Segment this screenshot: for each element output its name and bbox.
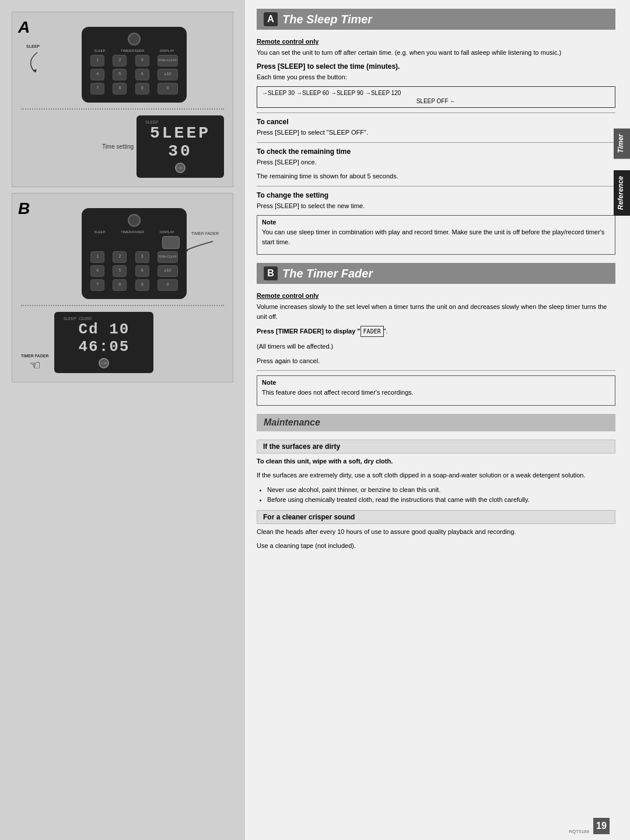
to-cancel-text: Press [SLEEP] to select "SLEEP OFF". <box>257 128 615 138</box>
remote-btn-pgm[interactable]: PGM+CLEAR <box>158 55 178 66</box>
display-sub-sleep-b: SLEEP <box>63 317 76 321</box>
remote-btn-8[interactable]: 8 <box>113 83 127 94</box>
sleep-step-3: →SLEEP 90 <box>331 90 363 96</box>
sleep-off: SLEEP OFF ← <box>262 98 610 104</box>
remote-label-sleep-b: SLEEP <box>94 230 105 234</box>
display-box-b: SLEEP CD050 Cd 10 46:05 CD <box>54 312 153 373</box>
sleep-step-4: →SLEEP 120 <box>365 90 401 96</box>
left-panel: A SLEEP TIMER/FADER DISPLAY 1 2 3 PGM+CL… <box>0 0 245 840</box>
cleaner-section-header: For a cleaner crisper sound <box>257 510 615 524</box>
section-b-label: B <box>18 199 30 218</box>
right-panel: A The Sleep Timer Remote control only Yo… <box>245 0 630 840</box>
to-check-text2: The remaining time is shown for about 5 … <box>257 171 615 181</box>
timer-fader-hand-label: TIMER FADER <box>21 354 48 358</box>
sleep-arrow-svg <box>23 50 43 73</box>
remote-row-top: 1 2 3 PGM+CLEAR <box>86 55 182 66</box>
to-change-title: To change the setting <box>257 191 615 199</box>
press-fader-end: ". <box>384 328 388 335</box>
section-b-device: B TIMER FADER SLEEP TIMER/FADER <box>12 193 233 382</box>
remote-btn-b-4[interactable]: 4 <box>90 265 104 277</box>
remote-btn-b-6[interactable]: 6 <box>135 265 149 277</box>
timer-fader-btn[interactable] <box>162 236 180 249</box>
remote-label-timer: TIMER/FADER <box>121 49 144 52</box>
maintenance-header: Maintenance <box>257 414 615 431</box>
remote-btn-7[interactable]: 7 <box>90 83 104 94</box>
remote-btn-b-9[interactable]: 9 <box>135 279 149 291</box>
remote-btn-5[interactable]: 5 <box>113 69 127 80</box>
sleep-step-2: →SLEEP 60 <box>296 90 329 96</box>
display-sub-a: SLEEP <box>145 120 215 124</box>
dotted-divider-b <box>21 305 224 306</box>
remote-btn-b-7[interactable]: 7 <box>90 279 104 291</box>
note-text-b: This feature does not affect record time… <box>262 388 610 398</box>
remote-btn-9[interactable]: 9 <box>135 83 149 94</box>
timer-fader-arrow <box>184 238 219 256</box>
to-check-title: To check the remaining time <box>257 147 615 156</box>
remote-btn-b-0[interactable]: 0 <box>158 279 178 291</box>
to-change-text: Press [SLEEP] to select the new time. <box>257 201 615 211</box>
section-a-header: A The Sleep Timer <box>257 9 615 30</box>
display-sub-cd-b: CD050 <box>79 317 92 321</box>
right-sidebar: Timer Reference <box>614 0 630 840</box>
section-a-device: A SLEEP TIMER/FADER DISPLAY 1 2 3 PGM+CL… <box>12 12 233 187</box>
remote-row-mid: 4 5 6 ≥10 <box>86 69 182 80</box>
dirty-bold-text: To clean this unit, wipe with a soft, dr… <box>257 456 615 466</box>
remote-btn-10[interactable]: ≥10 <box>158 69 178 80</box>
remote-labels-b: SLEEP TIMER/FADER DISPLAY <box>86 230 182 234</box>
dirty-bullets: Never use alcohol, paint thinner, or ben… <box>267 485 615 505</box>
time-setting-label: Time setting <box>102 143 134 150</box>
dirty-text: If the surfaces are extremely dirty, use… <box>257 470 615 480</box>
remote-btn-3[interactable]: 3 <box>135 55 149 66</box>
remote-btn-6[interactable]: 6 <box>135 69 149 80</box>
remote-btn-b-2[interactable]: 2 <box>113 251 127 263</box>
hand-pointer-icon: ☞ <box>29 358 41 373</box>
sidebar-tab-reference: Reference <box>614 170 630 216</box>
remote-power-btn <box>128 33 141 45</box>
sleep-sequence: →SLEEP 30 →SLEEP 60 →SLEEP 90 →SLEEP 120… <box>257 86 615 108</box>
remote-btn-b-pgm[interactable]: PGM+CLEAR <box>158 251 178 263</box>
remote-btn-0[interactable]: 0 <box>158 83 178 94</box>
remote-label-sleep: SLEEP <box>94 49 105 52</box>
remote-power-btn-b <box>128 214 141 227</box>
remote-btn-b-5[interactable]: 5 <box>113 265 127 277</box>
remote-label-display: DISPLAY <box>160 49 174 52</box>
dotted-divider-a <box>21 108 224 110</box>
remote-row-bot: 7 8 9 0 <box>86 83 182 94</box>
note-box-b: Note This feature does not affect record… <box>257 375 615 406</box>
cleaner-text2: Use a cleaning tape (not included). <box>257 541 615 551</box>
remote-btn-b-10[interactable]: ≥10 <box>158 265 178 277</box>
remote-btn-b-1[interactable]: 1 <box>90 251 104 263</box>
header-title-b: The Timer Fader <box>282 267 373 280</box>
remote-btn-1[interactable]: 1 <box>90 55 104 66</box>
remote-row-b-bot: 7 8 9 0 <box>86 279 182 291</box>
remote-btn-b-3[interactable]: 3 <box>135 251 149 263</box>
fader-box: FADER <box>360 326 384 337</box>
dirty-bold: To clean this unit, wipe with a soft, dr… <box>257 458 393 465</box>
display-cd-a: CD <box>175 163 186 173</box>
remote-btn-2[interactable]: 2 <box>113 55 127 66</box>
remote-label-timer-b: TIMER/FADER <box>121 230 144 234</box>
remote-row-b-mid: 4 5 6 ≥10 <box>86 265 182 277</box>
display-text-b: Cd 10 46:05 <box>63 321 145 356</box>
header-letter-b: B <box>264 266 278 280</box>
section-a-label: A <box>18 18 30 37</box>
intro-text-a: You can set the unit to turn off after c… <box>257 48 615 58</box>
display-text-a: 5LEEP 30 <box>145 124 215 160</box>
divider-4 <box>257 370 615 371</box>
hand-area-b: TIMER FADER ☞ SLEEP CD050 Cd 10 46:05 CD <box>21 312 224 373</box>
timer-fader-label-outside: TIMER FADER <box>191 231 219 236</box>
time-setting-area: Time setting SLEEP 5LEEP 30 CD <box>21 115 224 178</box>
cleaner-text1: Clean the heads after every 10 hours of … <box>257 527 615 537</box>
divider-1 <box>257 113 615 113</box>
remote-btn-4[interactable]: 4 <box>90 69 104 80</box>
remote-control-label-b: Remote control only <box>257 292 615 299</box>
note-text-a: You can use sleep timer in combination w… <box>262 227 610 247</box>
press-fader-title: Press [TIMER FADER] to display " <box>257 328 360 335</box>
page-number: 19 <box>593 818 610 834</box>
remote-label-display-b: DISPLAY <box>160 230 174 234</box>
remote-btn-b-8[interactable]: 8 <box>113 279 127 291</box>
divider-3 <box>257 186 615 187</box>
remote-row-b-top: 1 2 3 PGM+CLEAR <box>86 251 182 263</box>
press-again-text: Press again to cancel. <box>257 356 615 366</box>
header-title-a: The Sleep Timer <box>282 13 372 26</box>
